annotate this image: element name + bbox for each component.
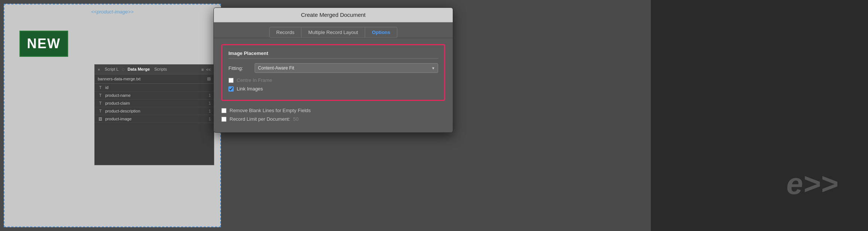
tab-options[interactable]: Options	[365, 27, 397, 38]
product-image-placeholder: <<product-image>>	[91, 9, 133, 15]
tab-data-merge[interactable]: Data Merge	[125, 66, 152, 73]
remove-blank-lines-row: Remove Blank Lines for Empty Fields	[221, 108, 445, 113]
field-type-icon-product-description: T	[98, 109, 103, 113]
remove-blank-lines-label: Remove Blank Lines for Empty Fields	[230, 108, 311, 113]
tab-divider: ◇	[121, 66, 125, 73]
panel-file-name: banners-data-merge.txt	[98, 77, 140, 81]
modal-overlay: Create Merged Document Records Multiple …	[213, 7, 453, 164]
fitting-select[interactable]: Content-Aware Fit Fill Frame Proportiona…	[255, 63, 438, 73]
link-images-row: Link Images	[228, 86, 438, 92]
data-merge-panel: × Script L ◇ Data Merge Scripts ≡ << ban…	[94, 64, 214, 165]
right-text: e>>	[786, 167, 838, 201]
field-count-product-claim: 1	[209, 101, 211, 105]
field-type-icon-product-name: T	[98, 93, 103, 98]
panel-header: × Script L ◇ Data Merge Scripts ≡ <<	[95, 65, 214, 74]
modal-title: Create Merged Document	[301, 12, 366, 18]
remove-blank-lines-checkbox[interactable]	[221, 108, 227, 113]
section-title-image-placement: Image Placement	[228, 50, 438, 59]
document-area: <<product-image>> NEW × Script L ◇ Data …	[4, 4, 221, 227]
right-area: e>>	[651, 0, 868, 231]
field-row-product-description: T product-description 1	[95, 107, 214, 115]
field-name-product-image: product-image	[105, 117, 131, 121]
centre-in-frame-checkbox[interactable]	[228, 78, 234, 83]
link-images-checkbox[interactable]	[228, 86, 234, 92]
panel-file-row: banners-data-merge.txt ⊞	[95, 74, 214, 84]
tab-scripts[interactable]: Scripts	[152, 66, 169, 73]
field-count-product-description: 1	[209, 109, 211, 113]
field-name-id: id	[105, 85, 109, 90]
tab-records[interactable]: Records	[269, 27, 301, 38]
field-name-product-description: product-description	[105, 109, 140, 113]
field-row-product-claim: T product-claim 1	[95, 99, 214, 107]
field-count-product-image: 1	[209, 117, 211, 121]
panel-collapse-button[interactable]: <<	[206, 67, 211, 72]
panel-tabs: Script L ◇ Data Merge Scripts	[102, 66, 199, 73]
fitting-label: Fitting:	[228, 65, 251, 71]
tab-script-library[interactable]: Script L	[102, 66, 121, 73]
record-limit-checkbox[interactable]	[221, 117, 227, 122]
modal-title-bar: Create Merged Document	[214, 8, 453, 22]
field-type-icon-product-image: 🖼	[98, 117, 103, 121]
new-badge: NEW	[19, 31, 68, 57]
field-name-product-name: product-name	[105, 93, 131, 98]
field-type-icon-id: T	[98, 85, 103, 90]
field-name-product-claim: product-claim	[105, 101, 130, 105]
centre-in-frame-label: Centre In Frame	[237, 77, 272, 83]
panel-field-list: T id T product-name 1 T product-claim	[95, 84, 214, 123]
record-limit-value: 50	[293, 116, 298, 122]
fitting-row: Fitting: Content-Aware Fit Fill Frame Pr…	[228, 63, 438, 73]
centre-in-frame-row: Centre In Frame	[228, 77, 438, 83]
panel-menu-icon[interactable]: ≡	[201, 67, 204, 72]
fitting-select-wrapper: Content-Aware Fit Fill Frame Proportiona…	[255, 63, 438, 73]
panel-close-button[interactable]: ×	[98, 67, 100, 72]
record-limit-label: Record Limit per Document:	[230, 116, 290, 122]
field-row-id: T id	[95, 84, 214, 92]
options-section: Remove Blank Lines for Empty Fields Reco…	[221, 106, 445, 126]
image-placement-section: Image Placement Fitting: Content-Aware F…	[221, 44, 445, 101]
record-limit-row: Record Limit per Document: 50	[221, 116, 445, 122]
field-row-product-name: T product-name 1	[95, 92, 214, 99]
modal-body: Image Placement Fitting: Content-Aware F…	[214, 38, 453, 132]
new-badge-text: NEW	[27, 36, 61, 52]
field-row-product-image: 🖼 product-image 1	[95, 115, 214, 123]
modal-tabs: Records Multiple Record Layout Options	[214, 22, 453, 38]
create-merged-document-modal: Create Merged Document Records Multiple …	[213, 7, 453, 133]
link-images-label: Link Images	[237, 86, 263, 92]
field-count-product-name: 1	[209, 93, 211, 98]
field-type-icon-product-claim: T	[98, 101, 103, 105]
tab-multiple-record-layout[interactable]: Multiple Record Layout	[301, 27, 365, 38]
panel-file-icon[interactable]: ⊞	[207, 76, 211, 81]
